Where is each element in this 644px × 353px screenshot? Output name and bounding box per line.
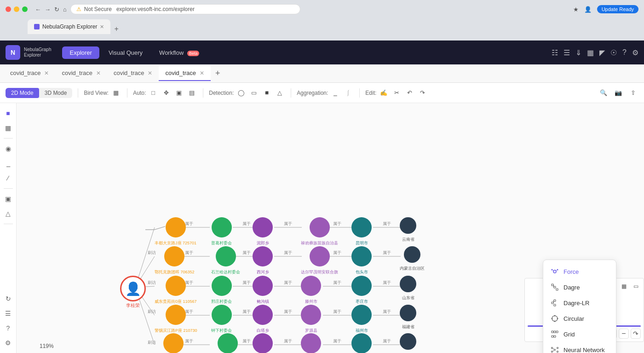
minimap-layout-btn[interactable]: ▦	[619, 281, 629, 291]
layout-item-dagre[interactable]: Dagre	[543, 279, 616, 295]
tab-1[interactable]: covid_trace ✕	[4, 66, 55, 81]
minimize-traffic-light[interactable]	[14, 6, 19, 12]
auto-btn-4[interactable]: ▤	[186, 87, 197, 98]
node-n20[interactable]: 钟下村委会	[211, 305, 232, 334]
mode-3d-btn[interactable]: 3D Mode	[39, 88, 73, 98]
node-n7[interactable]: 鄂托克旗团晖 706352	[155, 246, 195, 275]
sidebar-icon-edges[interactable]: ⎯	[2, 157, 15, 170]
browser-tab-close[interactable]: ✕	[100, 24, 104, 30]
node-n3[interactable]: 泥郎乡	[253, 217, 273, 246]
sidebar-icon-graph[interactable]: ■	[2, 107, 15, 120]
nav-icon-2[interactable]: ☰	[564, 48, 570, 57]
nav-icon-settings[interactable]: ⚙	[632, 48, 638, 57]
node-n23[interactable]: 福州市	[351, 305, 372, 334]
layout-item-neural-network[interactable]: Neural Network	[543, 342, 616, 353]
sidebar-icon-help[interactable]: ?	[2, 322, 15, 335]
node-n13[interactable]: 威东贵苑街0座 110567	[155, 276, 197, 305]
url-bar[interactable]: explorer.vesoft-inc.com/explorer	[116, 6, 195, 12]
node-n25[interactable]: 闸行仇路4座 255960	[155, 333, 193, 353]
node-n12[interactable]: 内蒙古自治区	[400, 246, 425, 272]
node-n5[interactable]: 昆明市	[351, 217, 372, 246]
reload-btn[interactable]: ↻	[54, 6, 59, 13]
auto-btn-1[interactable]: □	[148, 87, 159, 98]
node-n26[interactable]: 刘家浦村民委员会	[211, 333, 244, 353]
sidebar-icon-log[interactable]: ☰	[2, 307, 15, 320]
node-n9[interactable]: 西河乡	[253, 246, 273, 275]
node-n30[interactable]: 四川省	[400, 333, 416, 353]
node-n28[interactable]: 荣县	[301, 333, 321, 353]
edit-btn-1[interactable]: ✍	[378, 87, 389, 98]
zoom-out-btn[interactable]: −	[619, 329, 629, 339]
nav-icon-5[interactable]: ◤	[599, 48, 605, 57]
layout-item-dagre-lr[interactable]: Dagre-LR	[543, 295, 616, 311]
node-n29[interactable]: 自贡市	[351, 333, 372, 353]
node-n10[interactable]: 达尔罕茂明安联合旗	[301, 246, 338, 275]
auto-btn-3[interactable]: ▣	[173, 87, 184, 98]
search-btn[interactable]: 🔍	[598, 87, 609, 98]
edit-btn-2[interactable]: ✂	[391, 87, 402, 98]
redo-btn[interactable]: ↷	[417, 87, 428, 98]
aggregation-btn-1[interactable]: ⎯	[330, 87, 341, 98]
nav-icon-6[interactable]: ☉	[610, 48, 617, 57]
sidebar-icon-settings[interactable]: ⚙	[2, 336, 15, 349]
tab-3-close[interactable]: ✕	[148, 70, 152, 76]
undo-btn[interactable]: ↶	[404, 87, 415, 98]
sidebar-icon-layout[interactable]: ▣	[2, 192, 15, 205]
node-n8[interactable]: 石兰哈达村委会	[211, 246, 240, 275]
layout-item-grid[interactable]: Grid	[543, 326, 616, 342]
sidebar-icon-algo[interactable]: △	[2, 207, 15, 220]
maximize-traffic-light[interactable]	[22, 6, 28, 12]
detection-btn-2[interactable]: ▭	[248, 87, 259, 98]
new-tab-button[interactable]: +	[111, 24, 121, 34]
node-n11[interactable]: 包头市	[351, 246, 372, 275]
tab-2-close[interactable]: ✕	[96, 70, 101, 76]
sidebar-icon-path[interactable]: ∕	[2, 172, 15, 185]
mode-2d-btn[interactable]: 2D Mode	[6, 88, 39, 98]
aggregation-btn-2[interactable]: ⎰	[343, 87, 354, 98]
nav-item-explorer[interactable]: Explorer	[62, 46, 99, 59]
tab-2[interactable]: covid_trace ✕	[55, 66, 107, 81]
node-n27[interactable]: 过水镇	[253, 333, 273, 353]
detection-btn-3[interactable]: ◾	[261, 87, 272, 98]
browser-tab-1[interactable]: NebulaGraph Explorer ✕	[28, 19, 110, 34]
node-n17[interactable]: 枣庄市	[351, 276, 372, 305]
back-btn[interactable]: ←	[35, 6, 41, 13]
bookmark-icon[interactable]: ★	[573, 6, 579, 13]
auto-btn-2[interactable]: ✥	[161, 87, 172, 98]
update-btn[interactable]: Update Ready	[597, 5, 638, 13]
node-n2[interactable]: 普葛村委会	[211, 217, 232, 246]
fit-screen-btn[interactable]: ↷	[631, 329, 641, 339]
sidebar-icon-history[interactable]: ↻	[2, 292, 15, 305]
layout-item-force[interactable]: Force	[543, 264, 616, 279]
camera-btn[interactable]: 📷	[613, 87, 624, 98]
detection-btn-4[interactable]: △	[274, 87, 285, 98]
node-n18[interactable]: 山东省	[400, 276, 416, 301]
nav-icon-1[interactable]: ☷	[552, 48, 558, 57]
bird-view-btn[interactable]: ▦	[110, 87, 121, 98]
sidebar-icon-filter[interactable]: ▦	[2, 122, 15, 134]
person-node[interactable]: 👤 李桂荣	[120, 276, 146, 309]
tab-4-close[interactable]: ✕	[200, 70, 204, 76]
tab-4[interactable]: covid_trace ✕	[159, 66, 210, 81]
node-n1[interactable]: 丰都大京路J座 725701	[155, 217, 196, 246]
close-traffic-light[interactable]	[6, 6, 11, 12]
node-n6[interactable]: 云南省	[400, 217, 416, 243]
forward-btn[interactable]: →	[45, 6, 51, 13]
node-n24[interactable]: 福建省	[400, 305, 416, 330]
node-n19[interactable]: 警惕滨江路P座 210730	[155, 305, 197, 334]
node-n15[interactable]: 鲍沟镇	[253, 276, 273, 305]
sidebar-icon-nodes[interactable]: ◉	[2, 142, 15, 155]
detection-btn-1[interactable]: ◯	[236, 87, 247, 98]
node-n22[interactable]: 罗源县	[301, 305, 321, 334]
node-n4[interactable]: 禄劝彝族苗族自治县	[301, 217, 338, 246]
home-btn[interactable]: ⌂	[63, 6, 67, 13]
tab-add-button[interactable]: +	[211, 67, 225, 80]
export-btn[interactable]: ⇧	[627, 87, 638, 98]
node-n14[interactable]: 邢庄村委会	[211, 276, 232, 305]
nav-icon-4[interactable]: ▦	[587, 48, 594, 57]
layout-item-circular[interactable]: Circular	[543, 311, 616, 326]
node-n21[interactable]: 白塔乡	[253, 305, 273, 334]
node-n16[interactable]: 滕州市	[301, 276, 321, 305]
tab-1-close[interactable]: ✕	[44, 70, 49, 76]
minimap-fullscreen-btn[interactable]: ▭	[631, 281, 641, 291]
